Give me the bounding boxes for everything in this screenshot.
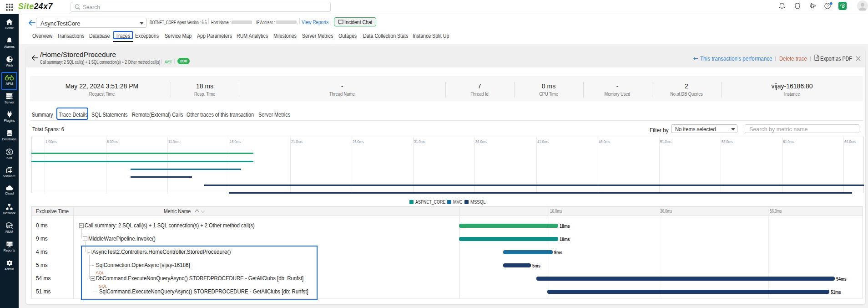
svg-text:?: ?	[826, 4, 828, 8]
